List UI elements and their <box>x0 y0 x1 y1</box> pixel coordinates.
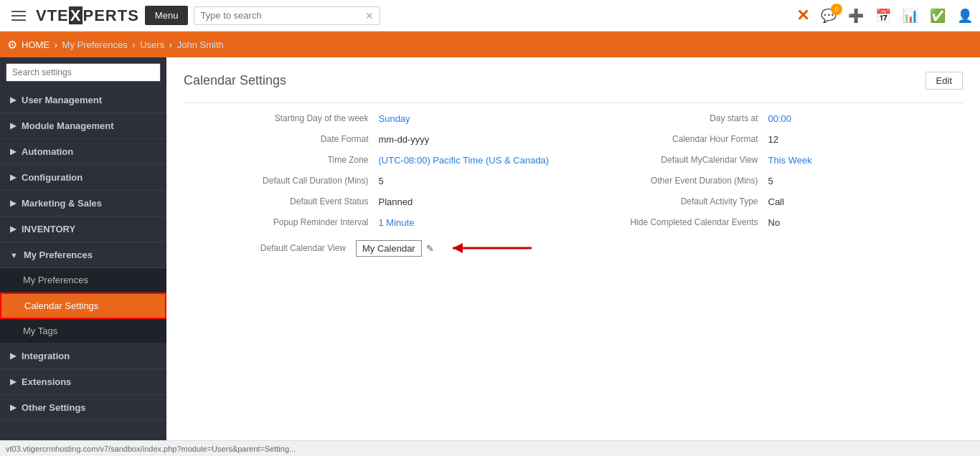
value-default-activity-type: Call <box>768 196 963 207</box>
label-calendar-hour-format: Calendar Hour Format <box>573 134 768 144</box>
value-date-format: mm-dd-yyyy <box>379 134 574 145</box>
content-header: Calendar Settings Edit <box>184 72 963 90</box>
label-date-format: Date Format <box>184 134 379 144</box>
breadcrumb-home[interactable]: HOME <box>22 39 50 50</box>
settings-row-4: Default Call Duration (Mins) 5 Other Eve… <box>184 176 963 186</box>
calendar-icon[interactable]: 📅 <box>875 8 891 24</box>
value-default-event-status: Planned <box>379 196 574 207</box>
chevron-right-icon: ▶ <box>10 173 16 182</box>
label-starting-day: Starting Day of the week <box>184 113 379 123</box>
sidebar-item-user-management[interactable]: ▶ User Management <box>0 87 166 113</box>
sidebar-item-other-settings[interactable]: ▶ Other Settings <box>0 395 166 421</box>
chevron-right-icon: ▶ <box>10 351 16 361</box>
label-default-mycalendar-view: Default MyCalendar View <box>573 155 768 165</box>
value-popup-reminder-interval: 1 Minute <box>379 217 574 228</box>
label-other-event-duration: Other Event Duration (Mins) <box>573 176 768 186</box>
sidebar: ▶ User Management ▶ Module Management ▶ … <box>0 57 166 440</box>
chevron-right-icon: ▶ <box>10 121 16 130</box>
top-navigation: VTEXPERTS Menu ✕ ✕ 💬 0 ➕ 📅 📊 ✅ 👤 <box>0 0 980 32</box>
inline-edit-icon[interactable]: ✎ <box>426 243 434 254</box>
label-default-event-status: Default Event Status <box>184 196 379 206</box>
chevron-right-icon: ▶ <box>10 95 16 105</box>
search-clear-icon[interactable]: ✕ <box>365 10 374 22</box>
label-day-starts-at: Day starts at <box>573 113 768 123</box>
settings-table: Starting Day of the week Sunday Day star… <box>184 103 963 258</box>
sidebar-item-automation[interactable]: ▶ Automation <box>0 139 166 165</box>
global-search: ✕ <box>194 6 380 25</box>
settings-row-6: Popup Reminder Interval 1 Minute Hide Co… <box>184 217 963 228</box>
settings-row-3: Time Zone (UTC-08:00) Pacific Time (US &… <box>184 155 963 166</box>
calendar-view-value-group: My Calendar ✎ <box>356 238 553 258</box>
sidebar-item-label: Other Settings <box>22 402 86 413</box>
sidebar-item-my-preferences[interactable]: ▼ My Preferences <box>0 242 166 268</box>
value-time-zone: (UTC-08:00) Pacific Time (US & Canada) <box>379 155 574 166</box>
value-calendar-hour-format: 12 <box>768 134 963 145</box>
page-title: Calendar Settings <box>184 73 286 88</box>
breadcrumb-users[interactable]: Users <box>140 39 164 50</box>
sidebar-sub-my-preferences: My Preferences Calendar Settings My Tags <box>0 268 166 343</box>
sidebar-sub-item-my-tags[interactable]: My Tags <box>0 319 166 343</box>
chevron-right-icon: ▶ <box>10 224 16 234</box>
hamburger-button[interactable] <box>7 6 30 25</box>
value-hide-completed: No <box>768 217 963 228</box>
sidebar-item-integration[interactable]: ▶ Integration <box>0 343 166 369</box>
value-default-call-duration: 5 <box>379 176 574 186</box>
sidebar-item-configuration[interactable]: ▶ Configuration <box>0 165 166 191</box>
chart-icon[interactable]: 📊 <box>903 8 918 24</box>
sidebar-item-label: My Preferences <box>24 250 93 260</box>
logo-prefix: VTE <box>36 6 69 24</box>
edit-button[interactable]: Edit <box>925 72 963 90</box>
search-settings-wrapper <box>0 57 166 87</box>
plus-icon[interactable]: ➕ <box>848 8 864 24</box>
sidebar-item-label: User Management <box>22 95 102 105</box>
sidebar-item-label: Marketing & Sales <box>22 198 102 209</box>
sidebar-item-label: Integration <box>22 351 70 361</box>
sidebar-item-inventory[interactable]: ▶ INVENTORY <box>0 217 166 242</box>
settings-row-1: Starting Day of the week Sunday Day star… <box>184 113 963 124</box>
chat-icon[interactable]: 💬 0 <box>821 8 837 24</box>
svg-marker-1 <box>453 243 463 253</box>
user-icon[interactable]: 👤 <box>957 8 973 24</box>
settings-row-5: Default Event Status Planned Default Act… <box>184 196 963 207</box>
menu-button[interactable]: Menu <box>145 6 189 25</box>
breadcrumb-john-smith[interactable]: John Smith <box>177 39 224 50</box>
value-starting-day: Sunday <box>379 113 574 124</box>
search-input[interactable] <box>200 10 365 21</box>
sidebar-item-extensions[interactable]: ▶ Extensions <box>0 369 166 395</box>
calendar-view-box: My Calendar <box>356 240 422 257</box>
value-other-event-duration: 5 <box>768 176 963 186</box>
tasks-icon[interactable]: ✅ <box>930 8 946 24</box>
sidebar-item-label: Module Management <box>22 120 114 131</box>
value-day-starts-at: 00:00 <box>768 113 963 124</box>
label-default-activity-type: Default Activity Type <box>573 196 768 206</box>
red-arrow-annotation <box>438 238 553 258</box>
sidebar-item-marketing-sales[interactable]: ▶ Marketing & Sales <box>0 191 166 217</box>
label-default-call-duration: Default Call Duration (Mins) <box>184 176 379 186</box>
search-settings-input[interactable] <box>6 63 161 82</box>
label-hide-completed: Hide Completed Calendar Events <box>573 217 768 227</box>
breadcrumb-bar: ⚙ HOME › My Preferences › Users › John S… <box>0 32 980 57</box>
chevron-right-icon: ▶ <box>10 403 16 412</box>
label-popup-reminder-interval: Popup Reminder Interval <box>184 217 379 227</box>
chevron-right-icon: ▶ <box>10 199 16 208</box>
breadcrumb: HOME › My Preferences › Users › John Smi… <box>22 39 224 50</box>
value-default-mycalendar-view: This Week <box>768 155 963 166</box>
status-bar: vt03.vtigercrmhosting.com/v7/sandbox/ind… <box>0 440 980 456</box>
chevron-right-icon: ▶ <box>10 377 16 386</box>
logo-suffix: PERTS <box>83 6 138 24</box>
sidebar-item-label: Configuration <box>22 172 83 183</box>
vtx-icon[interactable]: ✕ <box>796 6 809 25</box>
app-logo: VTEXPERTS <box>36 6 139 25</box>
main-layout: ▶ User Management ▶ Module Management ▶ … <box>0 57 980 440</box>
sidebar-item-module-management[interactable]: ▶ Module Management <box>0 113 166 139</box>
logo-x: X <box>69 6 83 24</box>
sidebar-item-label: Extensions <box>22 376 71 387</box>
chevron-right-icon: ▶ <box>10 147 16 156</box>
content-area: Calendar Settings Edit Starting Day of t… <box>166 57 980 440</box>
label-time-zone: Time Zone <box>184 155 379 165</box>
sidebar-sub-item-my-preferences[interactable]: My Preferences <box>0 268 166 293</box>
chevron-down-icon: ▼ <box>10 251 18 260</box>
settings-gear-icon: ⚙ <box>7 38 17 52</box>
sidebar-sub-item-calendar-settings[interactable]: Calendar Settings <box>0 293 166 319</box>
breadcrumb-my-preferences[interactable]: My Preferences <box>62 39 128 50</box>
